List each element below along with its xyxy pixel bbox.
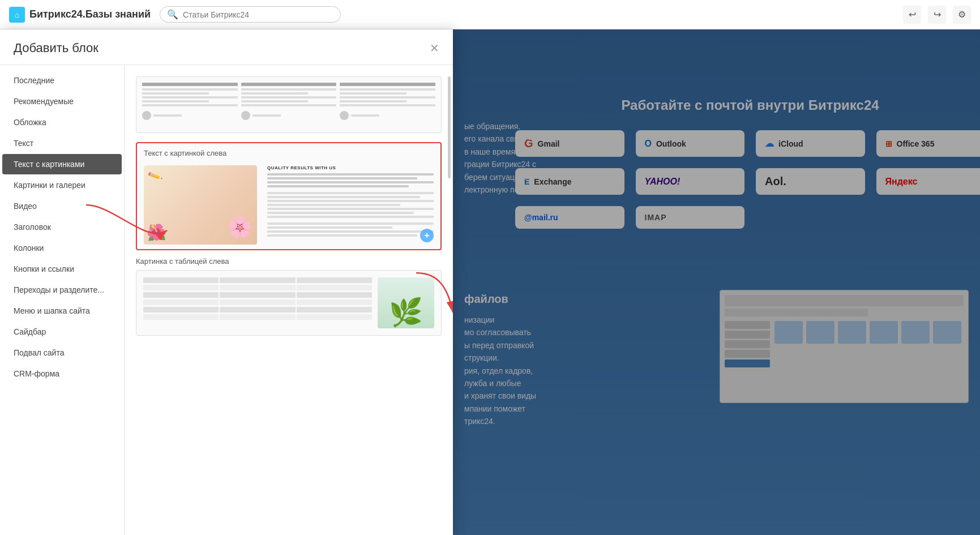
modal-title: Добавить блок: [14, 41, 99, 55]
sidebar-item-footer[interactable]: Подвал сайта: [2, 343, 122, 363]
settings-button[interactable]: ⚙: [953, 6, 971, 24]
sidebar-item-text[interactable]: Текст: [2, 133, 122, 153]
search-icon: 🔍: [167, 9, 178, 20]
sidebar-item-columns[interactable]: Колонки: [2, 238, 122, 258]
plant-image-preview: 🌿: [378, 277, 434, 328]
sidebar-item-buttons-links[interactable]: Кнопки и ссылки: [2, 259, 122, 279]
content-scrollbar[interactable]: [448, 76, 451, 178]
topbar-actions: ↩ ↪ ⚙: [903, 6, 971, 24]
sidebar-item-sidebar[interactable]: Сайдбар: [2, 322, 122, 342]
sidebar-item-text-with-images[interactable]: Текст с картинками: [2, 154, 122, 174]
template-table-label: Картинка с таблицей слева: [136, 255, 442, 270]
logo-section: Базы знаний: [85, 8, 151, 20]
template-row-2: Текст с картинкой слева ✏️ 🌸 🌺 QUALITY R…: [136, 142, 442, 250]
modal-sidebar: Последние Рекомендуемые Обложка Текст Те…: [0, 65, 125, 535]
template-image-table-left[interactable]: 🌿: [136, 270, 442, 336]
modal-body: Последние Рекомендуемые Обложка Текст Те…: [0, 65, 453, 535]
modal-content-area: Текст с картинкой слева ✏️ 🌸 🌺 QUALITY R…: [125, 65, 453, 535]
sidebar-item-crm-form[interactable]: CRM-форма: [2, 363, 122, 384]
template-row-3: Картинка с таблицей слева: [136, 255, 442, 336]
topbar: ⌂ Битрикс24.Базы знаний 🔍 ↩ ↪ ⚙: [0, 0, 980, 29]
add-block-modal: Добавить блок ✕ Последние Рекомендуемые …: [0, 29, 453, 535]
table-preview: [143, 277, 372, 328]
sidebar-item-last[interactable]: Последние: [2, 70, 122, 91]
template-text-image-left[interactable]: Текст с картинкой слева ✏️ 🌸 🌺 QUALITY R…: [136, 142, 442, 250]
modal-close-button[interactable]: ✕: [430, 41, 439, 55]
sidebar-item-heading[interactable]: Заголовок: [2, 217, 122, 237]
sidebar-item-recommended[interactable]: Рекомендуемые: [2, 91, 122, 112]
sidebar-item-transitions[interactable]: Переходы и разделите...: [2, 280, 122, 300]
forward-button[interactable]: ↪: [928, 6, 946, 24]
logo-text: Битрикс24.Базы знаний: [29, 8, 151, 20]
modal-header: Добавить блок ✕: [0, 29, 453, 65]
brand-icon: ⌂: [9, 7, 25, 23]
logo: ⌂ Битрикс24.Базы знаний: [9, 7, 151, 23]
sidebar-item-images-gallery[interactable]: Картинки и галереи: [2, 175, 122, 195]
logo-brand: Битрикс24.: [29, 8, 85, 20]
back-button[interactable]: ↩: [903, 6, 921, 24]
sidebar-item-video[interactable]: Видео: [2, 196, 122, 216]
add-block-icon: +: [420, 229, 434, 242]
template-text-image-label: Текст с картинкой слева: [137, 143, 440, 161]
search-bar[interactable]: 🔍: [160, 6, 341, 23]
template-row-1: [136, 76, 442, 133]
template-three-columns[interactable]: [136, 76, 442, 133]
search-input[interactable]: [183, 10, 333, 19]
sidebar-item-cover[interactable]: Обложка: [2, 112, 122, 132]
sidebar-item-menu-header[interactable]: Меню и шапка сайта: [2, 301, 122, 321]
